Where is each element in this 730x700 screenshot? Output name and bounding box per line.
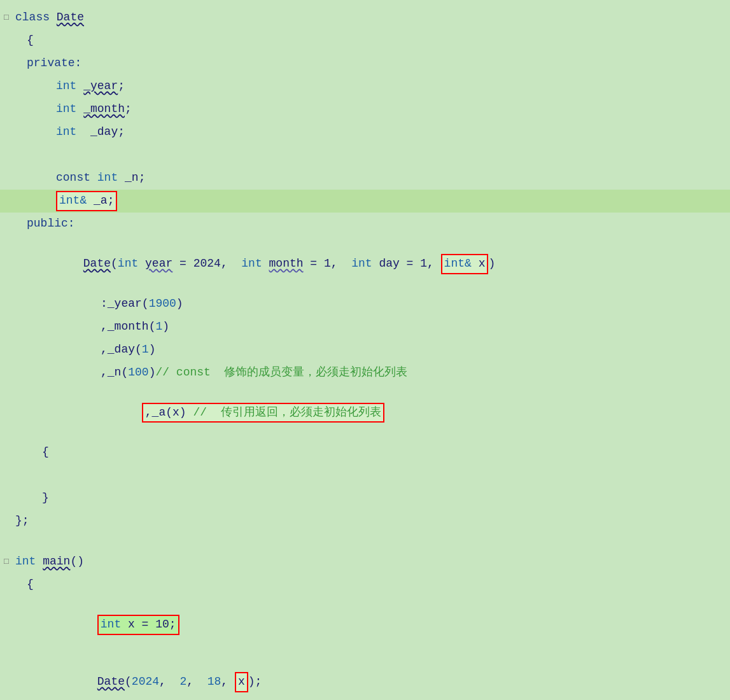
fold-icon-class[interactable]: □ — [0, 11, 13, 24]
code-text: int main() — [13, 553, 730, 571]
code-text — [24, 146, 730, 164]
code-container: □ class Date { private: int _year; int _… — [0, 0, 730, 700]
line-const-int-n: const int _n; — [0, 167, 730, 190]
line-int-month: int _month; — [0, 98, 730, 121]
code-text: int _month; — [24, 101, 730, 118]
code-text: { — [24, 576, 730, 594]
code-text: private: — [24, 55, 730, 73]
line-close-class: }; — [0, 510, 730, 533]
code-text: ,_a(x) // 传引用返回，必须走初始化列表 — [24, 385, 730, 441]
line-init-day: ,_day(1) — [0, 339, 730, 361]
line-blank2 — [0, 464, 730, 487]
fold-icon-main[interactable]: □ — [0, 556, 13, 568]
line-constructor-decl: Date(int year = 2024, int month = 1, int… — [0, 235, 730, 293]
code-text: ,_day(1) — [24, 341, 730, 359]
code-text — [24, 466, 730, 484]
line-open-brace-main: { — [0, 573, 730, 596]
code-text: ,_month(1) — [24, 318, 730, 336]
code-text: const int _n; — [24, 169, 730, 187]
code-text: :_year(1900) — [24, 295, 730, 313]
line-open-brace-ctor: { — [0, 441, 730, 464]
line-int-main: □ int main() — [0, 550, 730, 573]
line-init-month: ,_month(1) — [0, 316, 730, 339]
code-text: int& _a; — [24, 191, 730, 211]
line-public: public: — [0, 213, 730, 235]
code-text: public: — [24, 215, 730, 233]
code-text: Date(int year = 2024, int month = 1, int… — [24, 236, 730, 292]
line-class-date: □ class Date — [0, 6, 730, 29]
code-text: int _year; — [24, 78, 730, 95]
code-text: int _day; — [24, 123, 730, 141]
section-gap — [0, 533, 730, 550]
code-text: ,_n(100)// const 修饰的成员变量，必须走初始化列表 — [24, 364, 730, 382]
line-int-year: int _year; — [0, 75, 730, 98]
code-text: { — [24, 444, 730, 461]
code-text: class Date — [13, 9, 730, 27]
line-int-x: int x = 10; — [0, 596, 730, 654]
code-text: { — [24, 32, 730, 50]
code-text: int x = 10; — [24, 597, 730, 653]
line-blank1 — [0, 144, 730, 167]
line-init-n: ,_n(100)// const 修饰的成员变量，必须走初始化列表 — [0, 361, 730, 384]
line-date-call: Date(2024, 2, 18, x); — [0, 654, 730, 700]
line-close-brace-ctor: } — [0, 487, 730, 510]
code-text: Date(2024, 2, 18, x); — [24, 654, 730, 700]
line-int-day: int _day; — [0, 121, 730, 144]
code-text: }; — [13, 512, 730, 530]
line-private: private: — [0, 52, 730, 75]
code-text: } — [24, 489, 730, 507]
line-open-brace-class: { — [0, 29, 730, 52]
line-init-year: :_year(1900) — [0, 293, 730, 316]
line-init-a: ,_a(x) // 传引用返回，必须走初始化列表 — [0, 384, 730, 442]
line-int-ref-a: int& _a; — [0, 190, 730, 213]
